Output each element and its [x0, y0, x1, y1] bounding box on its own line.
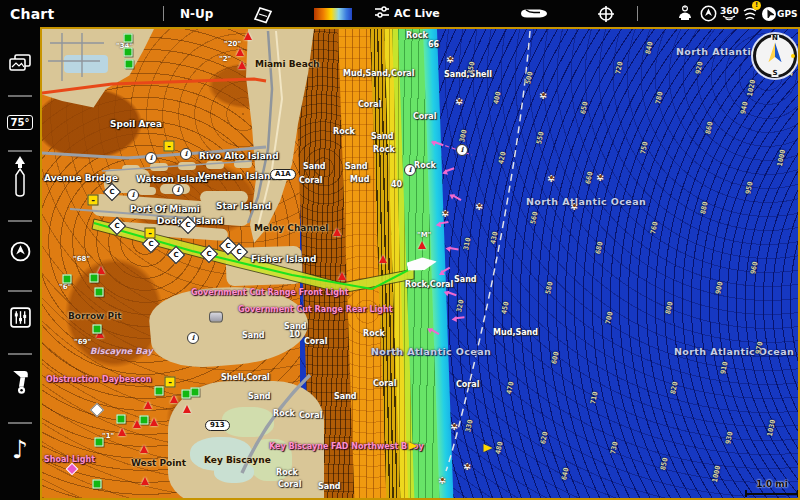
- green-daymark[interactable]: [95, 288, 104, 297]
- tank-marker[interactable]: [209, 312, 223, 323]
- coral-symbol[interactable]: ∗: [569, 201, 578, 212]
- caution-marker[interactable]: -: [165, 377, 176, 388]
- channel-marker[interactable]: C: [179, 216, 197, 234]
- chart-map-view[interactable]: Miami BeachSpoil AreaRivo Alto IslandAve…: [40, 27, 800, 500]
- info-marker[interactable]: i: [127, 189, 139, 201]
- red-daymark[interactable]: [333, 228, 341, 236]
- info-marker[interactable]: i: [456, 144, 468, 156]
- compass-rose[interactable]: N S: [753, 34, 797, 78]
- sidebar-item-temperature[interactable]: 75°: [0, 107, 40, 137]
- current-arrow[interactable]: [442, 267, 451, 273]
- coral-symbol[interactable]: ∗: [538, 90, 547, 101]
- red-daymark[interactable]: [244, 32, 252, 40]
- channel-marker[interactable]: C: [103, 183, 121, 201]
- red-daymark[interactable]: [141, 477, 149, 485]
- red-daymark[interactable]: [418, 241, 426, 249]
- current-arrow[interactable]: [455, 317, 464, 319]
- coral-symbol[interactable]: ∗: [462, 461, 471, 472]
- green-daymark[interactable]: [124, 34, 133, 43]
- channel-marker[interactable]: C: [230, 243, 248, 261]
- current-arrow[interactable]: [446, 168, 455, 172]
- sonar-alert-icon[interactable]: !: [742, 0, 758, 27]
- coral-symbol[interactable]: ∗: [454, 96, 463, 107]
- map-label: "M": [417, 231, 431, 239]
- coral-symbol[interactable]: ∗: [474, 201, 483, 212]
- channel-marker[interactable]: C: [108, 217, 126, 235]
- sidebar-item-screenshots[interactable]: [0, 47, 40, 83]
- red-daymark[interactable]: [170, 395, 178, 403]
- green-daymark[interactable]: [63, 275, 72, 284]
- ac-live-button[interactable]: AC Live: [374, 0, 440, 27]
- green-daymark[interactable]: [140, 416, 149, 425]
- caution-marker[interactable]: -: [164, 141, 175, 152]
- info-marker[interactable]: i: [180, 148, 192, 160]
- current-arrow[interactable]: [439, 221, 448, 224]
- green-daymark[interactable]: [191, 388, 200, 397]
- green-daymark[interactable]: [95, 438, 104, 447]
- info-marker[interactable]: i: [187, 332, 199, 344]
- orientation-button[interactable]: N-Up: [180, 0, 213, 27]
- transducer-status-icon[interactable]: [676, 0, 694, 27]
- red-daymark[interactable]: [97, 266, 105, 274]
- white-daymark[interactable]: [90, 403, 104, 417]
- green-daymark[interactable]: [155, 387, 164, 396]
- coral-symbol[interactable]: ∗: [546, 173, 555, 184]
- red-daymark[interactable]: [236, 48, 244, 56]
- buoy-flag[interactable]: [484, 444, 493, 452]
- red-daymark[interactable]: [238, 61, 246, 69]
- green-daymark[interactable]: [124, 48, 133, 57]
- green-daymark[interactable]: [182, 390, 191, 399]
- red-daymark[interactable]: [118, 428, 126, 436]
- buoy-flag[interactable]: [409, 442, 418, 450]
- red-daymark[interactable]: [96, 330, 104, 338]
- green-daymark[interactable]: [125, 60, 134, 69]
- current-arrow[interactable]: [448, 292, 457, 296]
- coral-symbol[interactable]: ∗: [437, 475, 446, 486]
- current-arrow[interactable]: [435, 142, 444, 146]
- red-daymark[interactable]: [183, 405, 191, 413]
- red-daymark[interactable]: [338, 272, 346, 280]
- chart-layer-icon[interactable]: [252, 0, 274, 27]
- current-arrow[interactable]: [431, 329, 440, 335]
- red-daymark[interactable]: [144, 401, 152, 409]
- red-daymark[interactable]: [379, 255, 387, 263]
- green-daymark[interactable]: [117, 415, 126, 424]
- current-arrow[interactable]: [449, 247, 458, 250]
- info-marker[interactable]: i: [404, 164, 416, 176]
- sidebar-item-motor[interactable]: [0, 363, 40, 405]
- talon-status-icon[interactable]: [700, 0, 717, 27]
- red-daymark[interactable]: [133, 420, 141, 428]
- info-marker[interactable]: i: [172, 184, 184, 196]
- sidebar-item-music[interactable]: ♪: [0, 431, 40, 467]
- depth-contour-label: 940: [739, 101, 749, 115]
- magenta-daymark[interactable]: [66, 463, 79, 476]
- caution-marker[interactable]: -: [88, 195, 99, 206]
- green-daymark[interactable]: [93, 325, 102, 334]
- coral-symbol[interactable]: ∗: [445, 54, 454, 65]
- red-daymark[interactable]: [150, 418, 158, 426]
- map-label: Rock: [276, 468, 298, 477]
- current-arrow[interactable]: [453, 195, 462, 201]
- boat-icon[interactable]: [520, 0, 548, 27]
- green-daymark[interactable]: [93, 480, 102, 489]
- coral-symbol[interactable]: ∗: [449, 421, 458, 432]
- coral-symbol[interactable]: ∗: [440, 208, 449, 219]
- channel-marker[interactable]: C: [219, 237, 237, 255]
- sonar-360-status-icon[interactable]: 360: [720, 0, 739, 27]
- ownship-icon[interactable]: [406, 255, 438, 274]
- green-daymark[interactable]: [90, 274, 99, 283]
- info-marker[interactable]: i: [145, 152, 157, 164]
- cursor-target-icon[interactable]: [596, 0, 616, 27]
- gps-location-icon[interactable]: [762, 0, 776, 27]
- red-daymark[interactable]: [140, 445, 148, 453]
- sliders-box-icon: [10, 307, 31, 332]
- channel-marker[interactable]: C: [142, 235, 160, 253]
- channel-marker[interactable]: C: [200, 245, 218, 263]
- depth-palette-bar[interactable]: [314, 8, 352, 20]
- channel-marker[interactable]: C: [167, 246, 185, 264]
- sidebar-item-talon[interactable]: [0, 235, 40, 271]
- sidebar-item-settings[interactable]: [0, 301, 40, 337]
- sidebar-item-navigation[interactable]: [0, 157, 40, 201]
- coral-symbol[interactable]: ∗: [595, 172, 604, 183]
- caution-marker[interactable]: -: [145, 228, 156, 239]
